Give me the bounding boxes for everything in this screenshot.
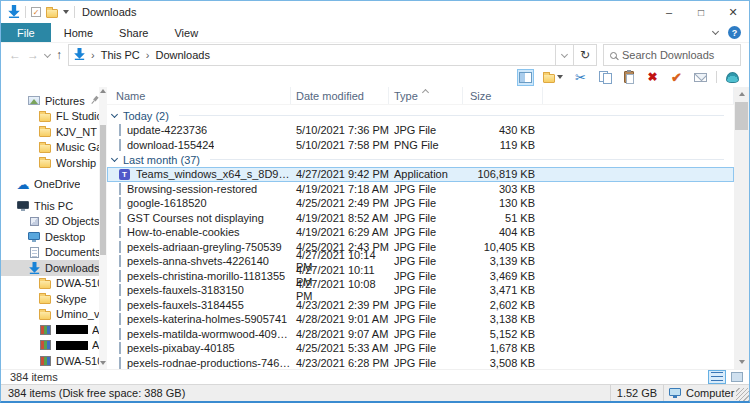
recent-locations-icon[interactable]	[44, 50, 51, 57]
new-folder-button[interactable]	[541, 69, 565, 86]
up-icon[interactable]: ↑	[56, 49, 62, 61]
file-row-pexels-adriaan-greyling-750539[interactable]: pexels-adriaan-greyling-7505394/25/2021 …	[107, 240, 734, 255]
scroll-up-icon[interactable]	[734, 87, 749, 101]
image-file-icon	[119, 357, 121, 369]
file-date-modified: 4/25/2021 2:49 PM	[291, 197, 389, 209]
image-file-icon	[119, 313, 121, 325]
file-row-pexels-katerina-holmes-5905741[interactable]: pexels-katerina-holmes-59057414/28/2021 …	[107, 312, 734, 327]
sidebar-item-music-galore[interactable]: Music Galore	[1, 140, 107, 156]
sidebar-item-label: OneDrive	[34, 178, 80, 190]
sidebar-item-onedrive[interactable]: ☁OneDrive	[1, 177, 107, 193]
file-row-pexels-pixabay-40185[interactable]: pexels-pixabay-401854/25/2021 5:33 AMJPG…	[107, 341, 734, 356]
scroll-down-icon[interactable]	[100, 361, 106, 365]
file-size: 10,405 KB	[463, 241, 543, 253]
group-header-last-month-37[interactable]: Last month (37)	[107, 152, 734, 167]
file-row-pexels-matilda-wormwood-4099099[interactable]: pexels-matilda-wormwood-40990994/28/2021…	[107, 327, 734, 342]
customize-dropdown-icon[interactable]	[63, 10, 69, 14]
scroll-up-icon[interactable]	[100, 89, 106, 93]
column-header-type[interactable]: Type	[389, 87, 463, 104]
file-row-download-155424[interactable]: download-1554245/10/2021 7:58 PMPNG File…	[107, 138, 734, 153]
details-view-button[interactable]	[708, 370, 726, 384]
vertical-scrollbar[interactable]	[734, 87, 749, 369]
maximize-button[interactable]: □	[685, 1, 717, 23]
search-box[interactable]	[603, 44, 741, 66]
group-header-today-2[interactable]: Today (2)	[107, 108, 734, 123]
sidebar-item-kjv-nt[interactable]: KJV_NT	[1, 124, 107, 140]
file-row-pexels-fauxels-3184455[interactable]: pexels-fauxels-31844554/23/2021 2:39 PMJ…	[107, 298, 734, 313]
confirm-button[interactable]: ✔	[668, 69, 685, 86]
mail-button[interactable]	[692, 69, 709, 86]
downloads-arrow-icon[interactable]	[8, 5, 20, 20]
cut-button[interactable]: ✂	[572, 69, 589, 86]
sidebar-item-dwa-510-win7[interactable]: DWA-510_Win7	[1, 353, 107, 369]
column-header-date-modified[interactable]: Date modified	[291, 87, 389, 104]
refresh-icon[interactable]: ↻	[574, 44, 597, 66]
address-box[interactable]: › This PC › Downloads	[68, 44, 556, 66]
preview-pane-button[interactable]	[517, 69, 534, 86]
file-row-browsing-session-restored[interactable]: Browsing-session-restored4/19/2021 7:18 …	[107, 182, 734, 197]
collapse-ribbon-icon[interactable]	[712, 28, 719, 35]
sidebar-item-3d-objects[interactable]: 3D Objects	[1, 214, 107, 230]
file-row-gst-courses-not-displaying[interactable]: GST Courses not displaying4/19/2021 8:52…	[107, 211, 734, 226]
file-row-pexels-rodnae-productions-7464426[interactable]: pexels-rodnae-productions-74644264/23/20…	[107, 356, 734, 370]
new-folder-icon	[543, 74, 555, 83]
sidebar-item-dwa-510-win7[interactable]: DWA-510_Win7	[1, 276, 107, 292]
sidebar-item-august-a[interactable]: August A	[1, 338, 107, 354]
paste-button[interactable]	[620, 69, 637, 86]
file-row-how-to-enable-cookies[interactable]: How-to-enable-cookies4/19/2021 6:29 AMJP…	[107, 225, 734, 240]
tab-view[interactable]: View	[161, 23, 211, 42]
scroll-down-icon[interactable]	[734, 355, 749, 369]
sidebar-item-this-pc[interactable]: This PC	[1, 198, 107, 214]
sidebar-item-downloads[interactable]: Downloads	[1, 260, 107, 276]
sidebar-item-documents[interactable]: Documents	[1, 245, 107, 261]
file-size: 106,819 KB	[463, 168, 543, 180]
file-type: JPG File	[389, 284, 463, 296]
group-rule	[179, 115, 724, 116]
file-row-pexels-fauxels-3183150[interactable]: pexels-fauxels-31831504/27/2021 10:08 PM…	[107, 283, 734, 298]
tab-file[interactable]: File	[1, 23, 51, 42]
tab-home[interactable]: Home	[51, 23, 106, 42]
sidebar-item-skype[interactable]: Skype	[1, 291, 107, 307]
sidebar-scroll-thumb[interactable]	[100, 125, 106, 255]
delete-icon: ✖	[647, 71, 657, 83]
address-dropdown-icon[interactable]	[556, 44, 574, 66]
column-header-size[interactable]: Size	[463, 87, 543, 104]
checkbox-icon[interactable]	[31, 7, 41, 17]
tab-share[interactable]: Share	[106, 23, 161, 42]
status-bar: 384 items	[1, 369, 749, 384]
search-input[interactable]	[622, 49, 734, 61]
quick-access-toolbar	[8, 5, 75, 20]
file-row-pexels-christina-morillo-1181355[interactable]: pexels-christina-morillo-11813554/27/202…	[107, 269, 734, 284]
file-row-teams-windows-x64-s-8d909bd69cd2e8[interactable]: TTeams_windows_x64_s_8D909BD69CD2E8...4/…	[107, 167, 734, 182]
back-icon[interactable]: ←	[9, 49, 21, 61]
breadcrumb-this-pc[interactable]: This PC	[101, 49, 140, 61]
sidebar-item-worship-collecti[interactable]: Worship Collecti	[1, 155, 107, 171]
scroll-thumb[interactable]	[735, 102, 748, 130]
thumbnails-view-button[interactable]	[728, 370, 746, 384]
window-title: Downloads	[82, 6, 136, 18]
breadcrumb-downloads[interactable]: Downloads	[155, 49, 209, 61]
close-button[interactable]: ✕	[717, 1, 749, 23]
column-header-name[interactable]: Name	[107, 87, 291, 104]
sidebar-item-desktop[interactable]: Desktop	[1, 229, 107, 245]
file-row-google-1618520[interactable]: google-16185204/25/2021 2:49 PMJPG File1…	[107, 196, 734, 211]
shell-button[interactable]	[724, 69, 741, 86]
file-name-cell: update-4223736	[107, 124, 291, 136]
delete-button[interactable]: ✖	[644, 69, 661, 86]
copy-button[interactable]	[596, 69, 613, 86]
sidebar-item-pictures[interactable]: Pictures	[1, 93, 107, 109]
resize-grip[interactable]	[736, 388, 749, 401]
folder-icon	[38, 308, 52, 321]
folder-icon[interactable]	[46, 9, 58, 18]
sidebar-item-fl-studio-more-e[interactable]: FL Studio More E	[1, 109, 107, 125]
sidebar-scrollbar[interactable]	[99, 87, 107, 369]
help-icon[interactable]: ?	[728, 26, 741, 39]
sidebar-item-august-a[interactable]: August A	[1, 322, 107, 338]
file-name: GST Courses not displaying	[127, 212, 264, 224]
forward-icon[interactable]: →	[27, 49, 39, 61]
sidebar-item-umino-v1-0[interactable]: Umino_v1.0_	[1, 307, 107, 323]
minimize-button[interactable]: –	[653, 1, 685, 23]
pictures-icon	[27, 94, 41, 107]
file-row-update-4223736[interactable]: update-42237365/10/2021 7:36 PMJPG File4…	[107, 123, 734, 138]
file-row-pexels-anna-shvets-4226140[interactable]: pexels-anna-shvets-42261404/27/2021 10:1…	[107, 254, 734, 269]
